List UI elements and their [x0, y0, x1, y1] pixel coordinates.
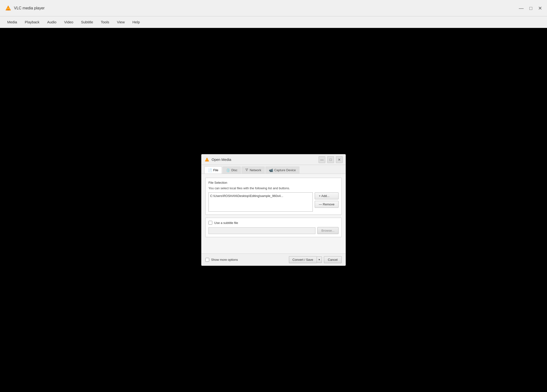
tab-network-label: Network: [250, 168, 261, 172]
svg-rect-5: [206, 161, 208, 161]
tab-network[interactable]: Network: [241, 166, 265, 174]
minimize-button[interactable]: —: [519, 6, 524, 11]
svg-rect-10: [246, 170, 247, 171]
file-list-item: C:\Users\ROSHAN\Desktop\Editing\sample_9…: [210, 194, 311, 198]
app-title: VLC media player: [14, 6, 519, 10]
menu-help[interactable]: Help: [129, 19, 143, 26]
subtitle-file-input[interactable]: [208, 227, 315, 234]
convert-save-button[interactable]: Convert / Save: [289, 256, 317, 263]
dialog-footer: Show more options Convert / Save ▾ Cance…: [201, 253, 346, 266]
dialog-tabs: 📄 File 💿 Disc: [201, 165, 346, 174]
file-action-buttons: + Add... — Remove: [315, 193, 339, 208]
video-area: Open Media — □ ✕ 📄 File 💿 Disc: [0, 28, 547, 392]
svg-rect-8: [246, 169, 246, 169]
dialog-minimize[interactable]: —: [319, 156, 325, 163]
dialog-controls: — □ ✕: [319, 156, 343, 163]
tab-capture-device[interactable]: 📹 Capture Device: [265, 166, 300, 174]
subtitle-checkbox[interactable]: [208, 221, 212, 225]
subtitle-group: Use a subtitle file Browse...: [205, 218, 342, 237]
file-selection-label: File Selection: [208, 181, 339, 185]
close-button[interactable]: ✕: [538, 6, 542, 11]
dialog-spacer: [205, 240, 342, 250]
browse-button[interactable]: Browse...: [317, 227, 339, 234]
open-media-dialog: Open Media — □ ✕ 📄 File 💿 Disc: [201, 154, 346, 266]
svg-rect-1: [7, 9, 9, 10]
dialog-title: Open Media: [212, 158, 319, 162]
file-list-box[interactable]: C:\Users\ROSHAN\Desktop\Editing\sample_9…: [208, 193, 313, 212]
tab-disc-label: Disc: [231, 168, 237, 172]
subtitle-label: Use a subtitle file: [214, 221, 238, 225]
menu-playback[interactable]: Playback: [21, 19, 43, 26]
svg-rect-9: [247, 169, 248, 169]
file-selection-group: File Selection You can select local file…: [205, 178, 342, 215]
menu-media[interactable]: Media: [4, 19, 21, 26]
menu-bar: Media Playback Audio Video Subtitle Tool…: [0, 16, 547, 28]
remove-button[interactable]: — Remove: [315, 201, 339, 208]
show-more-label: Show more options: [211, 258, 238, 261]
capture-tab-icon: 📹: [269, 168, 273, 172]
vlc-icon: [5, 5, 12, 12]
subtitle-file-row: Browse...: [208, 227, 339, 234]
network-tab-icon: [245, 168, 248, 172]
dialog-vlc-icon: [204, 157, 210, 162]
dialog-body: File Selection You can select local file…: [201, 174, 346, 253]
file-tab-icon: 📄: [208, 168, 212, 172]
tab-capture-label: Capture Device: [274, 168, 296, 172]
menu-audio[interactable]: Audio: [44, 19, 60, 26]
dialog-close[interactable]: ✕: [336, 156, 343, 163]
show-more-checkbox[interactable]: [205, 258, 209, 262]
tab-file-label: File: [213, 168, 218, 172]
tab-disc[interactable]: 💿 Disc: [222, 166, 241, 174]
convert-save-dropdown[interactable]: ▾: [317, 256, 322, 263]
menu-view[interactable]: View: [114, 19, 128, 26]
cancel-button[interactable]: Cancel: [324, 256, 342, 263]
add-button[interactable]: + Add...: [315, 193, 339, 199]
window-controls: — □ ✕: [519, 6, 542, 11]
footer-buttons: Convert / Save ▾ Cancel: [289, 256, 342, 263]
disc-tab-icon: 💿: [226, 168, 230, 172]
dialog-title-bar: Open Media — □ ✕: [201, 154, 346, 165]
menu-tools[interactable]: Tools: [97, 19, 113, 26]
tab-file[interactable]: 📄 File: [204, 166, 222, 174]
menu-video[interactable]: Video: [61, 19, 77, 26]
dialog-maximize[interactable]: □: [327, 156, 334, 163]
subtitle-checkbox-row: Use a subtitle file: [208, 221, 339, 225]
convert-save-button-group: Convert / Save ▾: [289, 256, 322, 263]
show-more-row: Show more options: [205, 258, 287, 262]
title-bar: VLC media player — □ ✕: [0, 0, 547, 16]
file-selection-description: You can select local files with the foll…: [208, 186, 339, 190]
file-selection-row: C:\Users\ROSHAN\Desktop\Editing\sample_9…: [208, 193, 339, 212]
menu-subtitle[interactable]: Subtitle: [78, 19, 96, 26]
maximize-button[interactable]: □: [529, 6, 532, 11]
